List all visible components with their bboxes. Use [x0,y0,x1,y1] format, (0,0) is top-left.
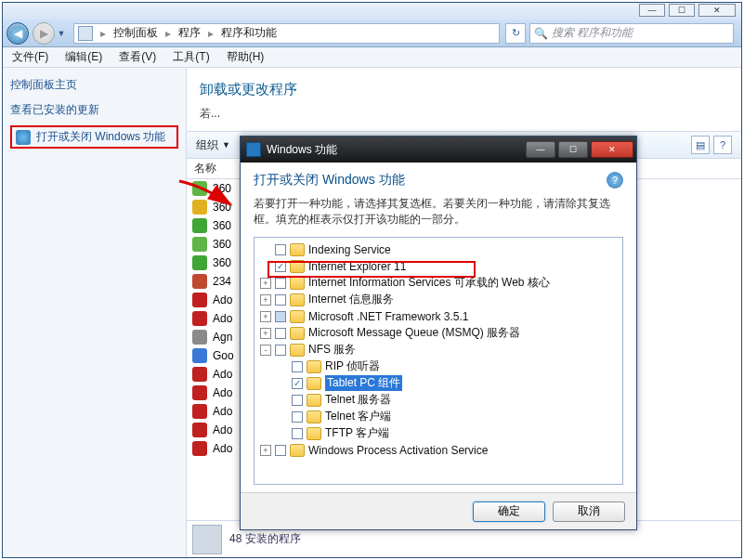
feature-node[interactable]: +Microsoft .NET Framework 3.5.1 [256,308,620,325]
feature-label: Tablet PC 组件 [325,375,402,391]
side-panel-home-link[interactable]: 控制面板主页 [10,77,178,93]
feature-checkbox[interactable] [292,428,303,439]
help-button[interactable]: ? [713,136,732,154]
program-label: Ado [213,312,232,325]
feature-checkbox[interactable] [292,395,303,406]
dialog-maximize-button[interactable]: ☐ [558,141,588,158]
nav-history-dropdown[interactable]: ▼ [55,22,68,45]
program-label: 360 [213,219,231,232]
toolbar-organize[interactable]: 组织 [196,137,218,153]
feature-checkbox[interactable] [275,311,286,322]
program-icon [192,293,207,307]
status-icon [192,525,222,554]
menu-view[interactable]: 查看(V) [119,49,156,65]
dialog-title-text: Windows 功能 [267,142,337,158]
program-label: 360 [213,182,231,195]
folder-icon [290,310,305,323]
dialog-help-icon[interactable]: ? [607,172,623,189]
program-icon [192,181,207,196]
breadcrumb[interactable]: ▸ 控制面板 ▸ 程序 ▸ 程序和功能 [73,23,500,44]
program-label: Goo [213,349,234,362]
feature-node[interactable]: -NFS 服务 [256,342,620,358]
expand-placeholder [277,395,288,406]
feature-node[interactable]: Indexing Service [256,241,620,258]
expand-icon[interactable]: + [260,294,271,306]
status-text: 48 安装的程序 [229,531,301,547]
feature-node[interactable]: Telnet 客户端 [256,409,620,425]
maximize-button[interactable]: ☐ [669,4,695,17]
feature-node[interactable]: Telnet 服务器 [256,392,620,409]
program-icon [192,330,207,345]
view-mode-button[interactable]: ▤ [691,136,710,154]
program-label: Ado [213,442,232,455]
side-panel-windows-features-link[interactable]: 打开或关闭 Windows 功能 [10,125,178,149]
feature-label: TFTP 客户端 [325,425,389,441]
feature-checkbox[interactable] [275,445,286,456]
refresh-button[interactable]: ↻ [505,23,526,44]
feature-label: Telnet 客户端 [325,409,391,424]
search-placeholder: 搜索 程序和功能 [552,25,633,41]
breadcrumb-programs-features[interactable]: 程序和功能 [217,25,281,41]
collapse-icon[interactable]: - [260,345,271,356]
windows-features-dialog: Windows 功能 — ☐ ✕ 打开或关闭 Windows 功能 ? 若要打开… [240,136,637,530]
breadcrumb-control-panel[interactable]: 控制面板 [110,25,162,41]
ok-button[interactable]: 确定 [473,501,545,522]
search-icon: 🔍 [534,27,548,40]
address-bar: ◀ ▶ ▼ ▸ 控制面板 ▸ 程序 ▸ 程序和功能 ↻ 🔍 搜索 程序和功能 [3,20,741,47]
program-label: 360 [213,256,231,269]
breadcrumb-sep: ▸ [97,27,110,40]
dialog-minimize-button[interactable]: — [526,141,555,158]
feature-checkbox[interactable] [275,294,286,306]
feature-node[interactable]: +Microsoft Message Queue (MSMQ) 服务器 [256,325,620,342]
dialog-titlebar[interactable]: Windows 功能 — ☐ ✕ [241,137,636,163]
folder-icon [290,327,305,340]
feature-checkbox[interactable] [275,345,286,356]
dialog-close-button[interactable]: ✕ [591,141,633,158]
program-icon [192,218,207,233]
expand-icon[interactable]: + [260,445,271,456]
program-label: Ado [213,405,232,418]
expand-icon[interactable]: + [260,328,271,339]
nav-back-button[interactable]: ◀ [7,22,29,45]
expand-placeholder [277,428,288,439]
folder-icon [290,293,305,306]
search-input[interactable]: 🔍 搜索 程序和功能 [529,23,734,44]
feature-label: Microsoft Message Queue (MSMQ) 服务器 [308,325,520,341]
breadcrumb-programs[interactable]: 程序 [175,25,204,41]
minimize-button[interactable]: — [639,4,665,17]
feature-checkbox[interactable] [275,328,286,339]
menu-file[interactable]: 文件(F) [12,49,48,65]
menu-help[interactable]: 帮助(H) [227,49,265,65]
feature-node[interactable]: RIP 侦听器 [256,358,620,375]
feature-checkbox[interactable] [292,361,303,372]
program-icon [192,255,207,270]
cancel-button[interactable]: 取消 [553,501,625,522]
annotation-red-box-ie [268,261,476,278]
menu-tools[interactable]: 工具(T) [173,49,209,65]
feature-checkbox[interactable]: ✓ [292,378,303,389]
feature-node[interactable]: TFTP 客户端 [256,425,620,442]
expand-icon[interactable]: + [260,311,271,322]
close-button[interactable]: ✕ [698,4,736,17]
program-icon [192,404,207,419]
feature-node[interactable]: +Windows Process Activation Service [256,442,620,459]
expand-icon[interactable]: + [260,278,271,289]
program-label: 360 [213,238,231,251]
folder-icon [290,444,305,457]
nav-forward-button[interactable]: ▶ [33,22,55,45]
expand-placeholder [277,361,288,372]
feature-checkbox[interactable] [275,278,286,289]
program-label: Ado [213,386,232,399]
chevron-down-icon[interactable]: ▼ [222,140,230,150]
feature-label: Windows Process Activation Service [308,444,488,457]
side-panel-updates-link[interactable]: 查看已安装的更新 [10,102,178,118]
page-subtitle: 若... [187,102,741,131]
feature-node[interactable]: +Internet 信息服务 [256,292,620,308]
feature-checkbox[interactable] [275,244,286,255]
titlebar: — ☐ ✕ [3,3,741,20]
feature-checkbox[interactable] [292,411,303,423]
feature-node[interactable]: ✓Tablet PC 组件 [256,375,620,392]
program-label: 360 [213,201,231,214]
menu-edit[interactable]: 编辑(E) [65,49,102,65]
folder-icon [290,344,305,357]
